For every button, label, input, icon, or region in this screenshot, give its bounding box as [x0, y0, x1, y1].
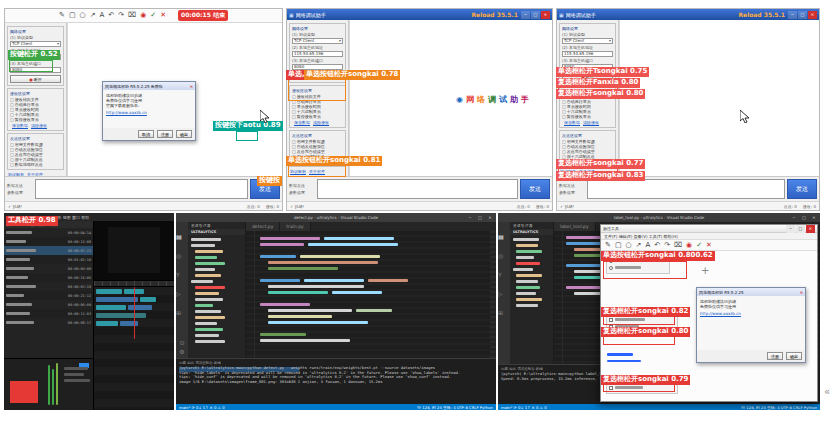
toolbar-icon[interactable]: ▢ [615, 242, 622, 249]
media-row[interactable]: 00:00:07:21 [4, 246, 93, 255]
window-control-button[interactable]: ✕ [485, 213, 495, 222]
toolbar-icon[interactable]: A [100, 12, 105, 19]
toolbar-icon[interactable]: ⌧ [128, 12, 136, 19]
git-branch-status[interactable]: main* ⟳ 0↓ 1↑ ✕ 0 ⚠ 0 [501, 405, 547, 410]
file-tree[interactable] [510, 235, 553, 364]
dialog-button[interactable]: 确定 [786, 352, 802, 360]
activity-icon[interactable]: ▷ [176, 290, 181, 297]
media-row[interactable]: 00:00:03:18 [4, 282, 93, 291]
toolbar-icon[interactable]: ↶ [108, 12, 114, 19]
checkbox-option[interactable]: □ 暂停接收显示 [10, 117, 61, 122]
close-icon[interactable]: ✕ [800, 290, 803, 295]
close-icon[interactable]: ✕ [190, 84, 193, 89]
media-row[interactable]: 00:00:08:17 [4, 318, 93, 327]
toolbar-icon[interactable]: ✎ [59, 12, 65, 19]
editor-tab[interactable]: train.py [280, 222, 310, 231]
activity-icon[interactable]: Y [498, 271, 502, 278]
activity-icon[interactable]: ▷ [498, 290, 503, 297]
toolbar-icon[interactable]: ↗ [636, 242, 642, 249]
activity-icon[interactable]: ◎ [176, 252, 181, 259]
terminal-panel[interactable]: 问题 输出 调试控制台 终端 (pytorch) E:\ultralytics-… [176, 358, 496, 404]
send-input[interactable] [317, 179, 518, 199]
activity-icon[interactable]: Y [176, 271, 180, 278]
toolbar-icon[interactable]: ○ [80, 12, 86, 19]
toolbar-icon[interactable]: ⌧ [674, 242, 682, 249]
toolbar-icon[interactable]: ↷ [664, 242, 670, 249]
clear-receive-link[interactable]: 清除接收 [31, 123, 47, 128]
activity-icon[interactable]: ▤ [498, 233, 504, 240]
clear-receive-link[interactable]: 清除接收 [313, 120, 329, 125]
toolbar-icon[interactable]: ✎ [605, 242, 611, 249]
disconnect-button[interactable]: ● 断开 [10, 75, 61, 83]
protocol-select[interactable]: TCP Client ▾ [562, 38, 613, 44]
recording-timer-badge[interactable]: 00:00:15 结束 [178, 10, 228, 21]
dialog-link[interactable]: http://www.aaxzb.cn [700, 311, 802, 316]
save-data-link[interactable]: 保存数据 [12, 123, 28, 128]
toolbar-icon[interactable]: ○ [626, 242, 632, 249]
media-row[interactable]: 00:00:21:12 [4, 291, 93, 300]
media-row[interactable]: 00:00:15:05 [4, 273, 93, 282]
protocol-select[interactable]: TCP Client ▾ [292, 38, 343, 44]
protocol-select[interactable]: TCP Client ▾ [10, 41, 61, 47]
settings-label[interactable]: 参数设置 [559, 190, 585, 195]
window-control-button[interactable]: □ [799, 213, 809, 222]
dialog-button[interactable]: 取消 [138, 130, 154, 138]
window-control-button[interactable]: □ [798, 11, 807, 19]
git-branch-status[interactable]: main* ⟳ 0↓ 1↑ ✕ 0 ⚠ 0 [179, 405, 225, 410]
ip-field[interactable]: 115.54.65.196 [292, 51, 343, 57]
settings-label[interactable]: 参数设置 [7, 190, 33, 195]
media-row[interactable]: 00:00:12:08 [4, 237, 93, 246]
toolbar-icon[interactable]: ↶ [654, 242, 660, 249]
send-input[interactable] [587, 179, 785, 199]
window-control-button[interactable]: ─ [521, 11, 530, 19]
menu-bar[interactable]: 文件(F) 编辑(E) 查看(V) 工具(T) 帮助(H) [601, 233, 817, 240]
toolbar-icon[interactable]: ◉ [686, 242, 692, 249]
media-row[interactable]: 00:00:04:14 [4, 228, 93, 237]
send-button[interactable]: 发送 [787, 179, 817, 199]
clear-receive-link[interactable]: 清除接收 [583, 120, 599, 125]
file-tree[interactable] [188, 235, 245, 358]
toolbar-icon[interactable]: A [645, 242, 650, 249]
dialog-button[interactable]: 注册 [157, 130, 173, 138]
activity-icon[interactable]: ⊙ [179, 340, 184, 346]
code-editor[interactable] [246, 231, 496, 358]
toolbar-icon[interactable]: ✓ [696, 242, 702, 249]
window-control-button[interactable]: ─ [465, 213, 475, 222]
save-data-link[interactable]: 保存数据 [564, 120, 580, 125]
toolbar-icon[interactable]: ✓ [150, 12, 156, 19]
hyperlink-streak[interactable] [607, 360, 641, 363]
collapse-chevron-icon[interactable]: « [824, 386, 830, 397]
window-control-button[interactable]: ─ [786, 225, 795, 233]
activity-icon[interactable]: ⊞ [176, 309, 181, 316]
activity-icon[interactable]: ⚙ [179, 349, 184, 355]
toolbar-icon[interactable]: ◉ [140, 12, 146, 19]
save-data-link[interactable]: 保存数据 [294, 120, 310, 125]
window-control-button[interactable]: □ [531, 11, 540, 19]
media-row[interactable]: 00:00:11:03 [4, 309, 93, 318]
cursor-position-status[interactable]: 行 128, 列 24 空格: 4 UTF-8 CRLF Python [741, 405, 817, 410]
media-row[interactable]: 00:01:02:10 [4, 255, 93, 264]
window-control-button[interactable]: □ [475, 213, 485, 222]
window-control-button[interactable]: ✕ [806, 225, 815, 233]
activity-icon[interactable]: ⊞ [498, 309, 503, 316]
media-row[interactable]: 00:00:06:09 [4, 300, 93, 309]
timeline-tracks[interactable] [94, 287, 174, 410]
window-control-button[interactable]: ─ [789, 213, 799, 222]
window-control-button[interactable]: ✕ [809, 213, 819, 222]
toolbar-icon[interactable]: ✕ [160, 12, 166, 19]
toolbar-icon[interactable]: ↷ [118, 12, 124, 19]
toolbar-icon[interactable]: ▢ [69, 12, 76, 19]
cursor-position-status[interactable]: 行 128, 列 24 空格: 4 UTF-8 CRLF Python [417, 405, 493, 410]
editor-tab[interactable]: detect.py [246, 222, 280, 231]
toolbar-icon[interactable]: ↗ [90, 12, 96, 19]
checkbox-option[interactable]: □ 暂停接收显示 [292, 114, 343, 119]
ip-field[interactable]: 115.54.65.196 [562, 51, 613, 57]
minimap[interactable] [490, 231, 496, 358]
checkbox-option[interactable]: □ 数据流循环发送 [10, 162, 61, 167]
window-control-button[interactable]: ✕ [808, 11, 817, 19]
dialog-button[interactable]: 注册 [767, 352, 783, 360]
hyperlink-streak[interactable] [607, 353, 633, 356]
toolbar-icon[interactable]: ✕ [706, 242, 712, 249]
send-button[interactable]: 发送 [520, 179, 550, 199]
checkbox-option[interactable]: □ 暂停接收显示 [562, 114, 613, 119]
